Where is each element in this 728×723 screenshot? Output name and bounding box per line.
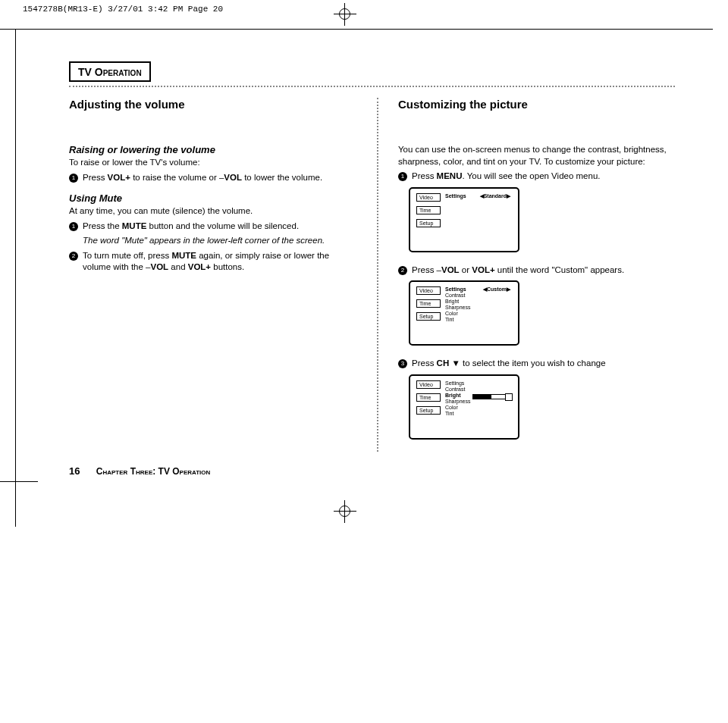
menu-item-setup: Setup bbox=[416, 219, 441, 227]
print-slug: 1547278B(MR13-E) 3/27/01 3:42 PM Page 20 bbox=[23, 5, 223, 14]
step-text: Press VOL+ to raise the volume or –VOL t… bbox=[83, 172, 357, 184]
intro-text: To raise or lower the TV's volume: bbox=[69, 157, 357, 169]
tv-menu-diagram: Video Time Setup Settings ◀Standard▶ bbox=[409, 187, 519, 252]
menu-item-time: Time bbox=[416, 299, 441, 308]
step-item: 1 Press VOL+ to raise the volume or –VOL… bbox=[69, 172, 357, 184]
step-item: 2 To turn mute off, press MUTE again, or… bbox=[69, 250, 357, 274]
menu-item-video: Video bbox=[416, 193, 441, 202]
step-number-icon: 2 bbox=[69, 252, 78, 261]
tv-menu-diagram: Video Time Setup Settings Contrast Brigh… bbox=[409, 280, 519, 346]
step-number-icon: 2 bbox=[398, 266, 407, 275]
step-text: To turn mute off, press MUTE again, or s… bbox=[83, 250, 357, 274]
registration-mark-icon bbox=[337, 6, 353, 23]
menu-value: ◀Custom▶ bbox=[483, 286, 510, 293]
menu-item-video: Video bbox=[416, 286, 441, 295]
page-body: TV Operation Adjusting the volume Raisin… bbox=[15, 29, 713, 499]
step-number-icon: 3 bbox=[398, 359, 407, 368]
step-number-icon: 1 bbox=[69, 222, 78, 231]
tv-menu-diagram: Video Time Setup Settings Contrast Brigh… bbox=[409, 374, 519, 440]
slider-icon bbox=[472, 394, 509, 399]
page-number: 16 bbox=[69, 465, 80, 477]
submenu: Settings bbox=[445, 193, 466, 199]
column-divider bbox=[377, 98, 378, 452]
page-footer: 16 Chapter Three: TV Operation bbox=[69, 465, 675, 477]
submenu: Settings Contrast Bright Sharpness Color… bbox=[445, 286, 470, 323]
subheading-using-mute: Using Mute bbox=[69, 192, 357, 204]
section-heading-text: TV Operation bbox=[78, 66, 142, 78]
step-text: Press MENU. You will see the open Video … bbox=[412, 171, 675, 183]
intro-text: At any time, you can mute (silence) the … bbox=[69, 205, 357, 218]
step-item: 2 Press –VOL or VOL+ until the word "Cus… bbox=[398, 264, 675, 277]
menu-item-setup: Setup bbox=[416, 406, 441, 415]
right-column: Customizing the picture You can use the … bbox=[398, 98, 675, 452]
menu-item-time: Time bbox=[416, 206, 441, 214]
menu-item-video: Video bbox=[416, 380, 441, 389]
submenu: Settings Contrast Bright Sharpness Color… bbox=[445, 380, 470, 417]
menu-item-time: Time bbox=[416, 393, 441, 402]
intro-text: You can use the on-screen menus to chang… bbox=[398, 144, 675, 167]
heading-adjusting-volume: Adjusting the volume bbox=[69, 98, 357, 111]
step-number-icon: 1 bbox=[69, 174, 78, 183]
step-text: Press –VOL or VOL+ until the word "Custo… bbox=[412, 264, 675, 277]
registration-mark-icon bbox=[337, 503, 353, 520]
step-item: 1 Press MENU. You will see the open Vide… bbox=[398, 171, 675, 183]
step-text: Press the MUTE button and the volume wil… bbox=[83, 221, 357, 233]
menu-value: ◀Standard▶ bbox=[480, 193, 510, 199]
step-item: 3 Press CH ▼ to select the item you wish… bbox=[398, 358, 675, 370]
heading-customizing-picture: Customizing the picture bbox=[398, 98, 675, 111]
crop-tick bbox=[0, 29, 15, 30]
step-text: Press CH ▼ to select the item you wish t… bbox=[412, 358, 675, 370]
step-number-icon: 1 bbox=[398, 172, 407, 181]
section-heading: TV Operation bbox=[69, 61, 151, 82]
left-column: Adjusting the volume Raising or lowering… bbox=[69, 98, 357, 452]
subheading-raise-lower: Raising or lowering the volume bbox=[69, 144, 357, 155]
chapter-label: Chapter Three: TV Operation bbox=[96, 466, 211, 477]
divider bbox=[69, 86, 675, 87]
note-text: The word "Mute" appears in the lower-lef… bbox=[83, 235, 357, 247]
menu-item-setup: Setup bbox=[416, 312, 441, 321]
step-item: 1 Press the MUTE button and the volume w… bbox=[69, 221, 357, 233]
